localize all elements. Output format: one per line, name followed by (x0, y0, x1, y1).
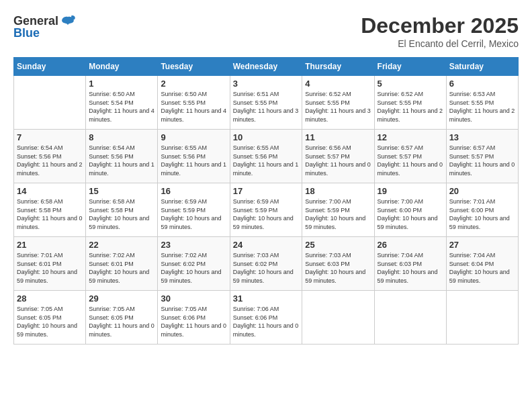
day-info: Sunrise: 7:06 AM Sunset: 6:06 PM Dayligh… (233, 305, 300, 338)
calendar-cell: 20Sunrise: 7:01 AM Sunset: 6:00 PM Dayli… (446, 183, 518, 237)
calendar-cell: 25Sunrise: 7:03 AM Sunset: 6:03 PM Dayli… (302, 237, 374, 291)
calendar-cell: 27Sunrise: 7:04 AM Sunset: 6:04 PM Dayli… (446, 237, 518, 291)
calendar-cell: 22Sunrise: 7:02 AM Sunset: 6:01 PM Dayli… (86, 237, 158, 291)
calendar-cell (302, 291, 374, 345)
calendar-week-row: 1Sunrise: 6:50 AM Sunset: 5:54 PM Daylig… (14, 76, 519, 130)
day-info: Sunrise: 7:03 AM Sunset: 6:03 PM Dayligh… (305, 251, 371, 285)
day-number: 8 (89, 132, 154, 142)
weekday-header-monday: Monday (86, 58, 158, 76)
weekday-header-friday: Friday (374, 58, 446, 76)
calendar-cell: 26Sunrise: 7:04 AM Sunset: 6:03 PM Dayli… (374, 237, 446, 291)
calendar-cell: 31Sunrise: 7:06 AM Sunset: 6:06 PM Dayli… (230, 291, 302, 345)
calendar-cell: 19Sunrise: 7:00 AM Sunset: 6:00 PM Dayli… (374, 183, 446, 237)
weekday-header-tuesday: Tuesday (158, 58, 230, 76)
day-info: Sunrise: 6:52 AM Sunset: 5:55 PM Dayligh… (305, 90, 371, 124)
calendar-cell: 14Sunrise: 6:58 AM Sunset: 5:58 PM Dayli… (14, 183, 86, 237)
day-info: Sunrise: 6:59 AM Sunset: 5:59 PM Dayligh… (161, 197, 226, 231)
day-info: Sunrise: 6:57 AM Sunset: 5:57 PM Dayligh… (378, 144, 443, 177)
day-info: Sunrise: 6:59 AM Sunset: 5:59 PM Dayligh… (233, 197, 300, 231)
weekday-header-sunday: Sunday (14, 58, 86, 76)
day-number: 6 (449, 79, 515, 89)
calendar-cell: 21Sunrise: 7:01 AM Sunset: 6:01 PM Dayli… (14, 237, 86, 291)
weekday-header-saturday: Saturday (446, 58, 518, 76)
day-info: Sunrise: 7:05 AM Sunset: 6:06 PM Dayligh… (161, 305, 226, 338)
calendar-cell: 10Sunrise: 6:55 AM Sunset: 5:56 PM Dayli… (230, 130, 302, 183)
day-number: 28 (17, 293, 83, 304)
calendar-cell: 24Sunrise: 7:03 AM Sunset: 6:02 PM Dayli… (230, 237, 302, 291)
weekday-header-wednesday: Wednesday (230, 58, 302, 76)
day-info: Sunrise: 6:57 AM Sunset: 5:57 PM Dayligh… (449, 144, 515, 177)
day-number: 24 (233, 240, 300, 250)
day-number: 20 (449, 186, 515, 196)
calendar-cell: 6Sunrise: 6:53 AM Sunset: 5:55 PM Daylig… (446, 76, 518, 130)
day-number: 23 (161, 240, 226, 250)
calendar-week-row: 7Sunrise: 6:54 AM Sunset: 5:56 PM Daylig… (14, 130, 519, 183)
calendar-week-row: 28Sunrise: 7:05 AM Sunset: 6:05 PM Dayli… (14, 291, 519, 345)
day-number: 29 (89, 293, 154, 304)
day-number: 5 (378, 79, 443, 89)
day-info: Sunrise: 7:02 AM Sunset: 6:02 PM Dayligh… (161, 251, 226, 285)
calendar-cell: 4Sunrise: 6:52 AM Sunset: 5:55 PM Daylig… (302, 76, 374, 130)
calendar-cell: 30Sunrise: 7:05 AM Sunset: 6:06 PM Dayli… (158, 291, 230, 345)
calendar-cell: 16Sunrise: 6:59 AM Sunset: 5:59 PM Dayli… (158, 183, 230, 237)
day-number: 9 (161, 132, 226, 142)
calendar-cell: 13Sunrise: 6:57 AM Sunset: 5:57 PM Dayli… (446, 130, 518, 183)
day-number: 31 (233, 293, 300, 304)
day-info: Sunrise: 6:50 AM Sunset: 5:54 PM Dayligh… (89, 90, 154, 124)
logo-blue: Blue (13, 27, 76, 40)
header: General Blue December 2025 El Encanto de… (13, 13, 519, 49)
day-number: 17 (233, 186, 300, 196)
day-number: 15 (89, 186, 154, 196)
month-title: December 2025 (361, 13, 519, 38)
calendar-cell: 17Sunrise: 6:59 AM Sunset: 5:59 PM Dayli… (230, 183, 302, 237)
day-info: Sunrise: 6:53 AM Sunset: 5:55 PM Dayligh… (449, 90, 515, 124)
day-number: 18 (305, 186, 371, 196)
calendar-cell: 29Sunrise: 7:05 AM Sunset: 6:05 PM Dayli… (86, 291, 158, 345)
day-number: 14 (17, 186, 83, 196)
calendar-cell (446, 291, 518, 345)
day-info: Sunrise: 6:52 AM Sunset: 5:55 PM Dayligh… (378, 90, 443, 124)
day-info: Sunrise: 7:01 AM Sunset: 6:01 PM Dayligh… (17, 251, 83, 285)
calendar-cell: 9Sunrise: 6:55 AM Sunset: 5:56 PM Daylig… (158, 130, 230, 183)
calendar-cell: 11Sunrise: 6:56 AM Sunset: 5:57 PM Dayli… (302, 130, 374, 183)
day-info: Sunrise: 6:50 AM Sunset: 5:55 PM Dayligh… (161, 90, 226, 124)
day-info: Sunrise: 6:56 AM Sunset: 5:57 PM Dayligh… (305, 144, 371, 177)
day-info: Sunrise: 6:58 AM Sunset: 5:58 PM Dayligh… (17, 197, 83, 231)
day-number: 21 (17, 240, 83, 250)
calendar-cell: 12Sunrise: 6:57 AM Sunset: 5:57 PM Dayli… (374, 130, 446, 183)
day-info: Sunrise: 7:00 AM Sunset: 6:00 PM Dayligh… (378, 197, 443, 231)
day-number: 11 (305, 132, 371, 142)
calendar-cell: 23Sunrise: 7:02 AM Sunset: 6:02 PM Dayli… (158, 237, 230, 291)
day-info: Sunrise: 6:54 AM Sunset: 5:56 PM Dayligh… (89, 144, 154, 177)
calendar-cell: 15Sunrise: 6:58 AM Sunset: 5:58 PM Dayli… (86, 183, 158, 237)
calendar-table: SundayMondayTuesdayWednesdayThursdayFrid… (13, 57, 519, 345)
calendar-cell: 1Sunrise: 6:50 AM Sunset: 5:54 PM Daylig… (86, 76, 158, 130)
day-number: 25 (305, 240, 371, 250)
calendar-cell: 28Sunrise: 7:05 AM Sunset: 6:05 PM Dayli… (14, 291, 86, 345)
day-number: 2 (161, 79, 226, 89)
calendar-cell: 8Sunrise: 6:54 AM Sunset: 5:56 PM Daylig… (86, 130, 158, 183)
weekday-header-row: SundayMondayTuesdayWednesdayThursdayFrid… (14, 58, 519, 76)
day-number: 30 (161, 293, 226, 304)
day-number: 4 (305, 79, 371, 89)
day-number: 22 (89, 240, 154, 250)
day-info: Sunrise: 6:51 AM Sunset: 5:55 PM Dayligh… (233, 90, 300, 124)
logo: General Blue (13, 13, 76, 40)
location-title: El Encanto del Cerril, Mexico (361, 38, 519, 49)
calendar-cell (14, 76, 86, 130)
calendar-week-row: 14Sunrise: 6:58 AM Sunset: 5:58 PM Dayli… (14, 183, 519, 237)
day-info: Sunrise: 7:02 AM Sunset: 6:01 PM Dayligh… (89, 251, 154, 285)
day-number: 16 (161, 186, 226, 196)
day-number: 1 (89, 79, 154, 89)
day-number: 26 (378, 240, 443, 250)
day-number: 7 (17, 132, 83, 142)
weekday-header-thursday: Thursday (302, 58, 374, 76)
day-info: Sunrise: 6:58 AM Sunset: 5:58 PM Dayligh… (89, 197, 154, 231)
calendar-cell: 2Sunrise: 6:50 AM Sunset: 5:55 PM Daylig… (158, 76, 230, 130)
day-number: 10 (233, 132, 300, 142)
day-number: 27 (449, 240, 515, 250)
day-info: Sunrise: 7:05 AM Sunset: 6:05 PM Dayligh… (17, 305, 83, 338)
calendar-cell: 3Sunrise: 6:51 AM Sunset: 5:55 PM Daylig… (230, 76, 302, 130)
title-area: December 2025 El Encanto del Cerril, Mex… (361, 13, 519, 49)
day-info: Sunrise: 7:03 AM Sunset: 6:02 PM Dayligh… (233, 251, 300, 285)
